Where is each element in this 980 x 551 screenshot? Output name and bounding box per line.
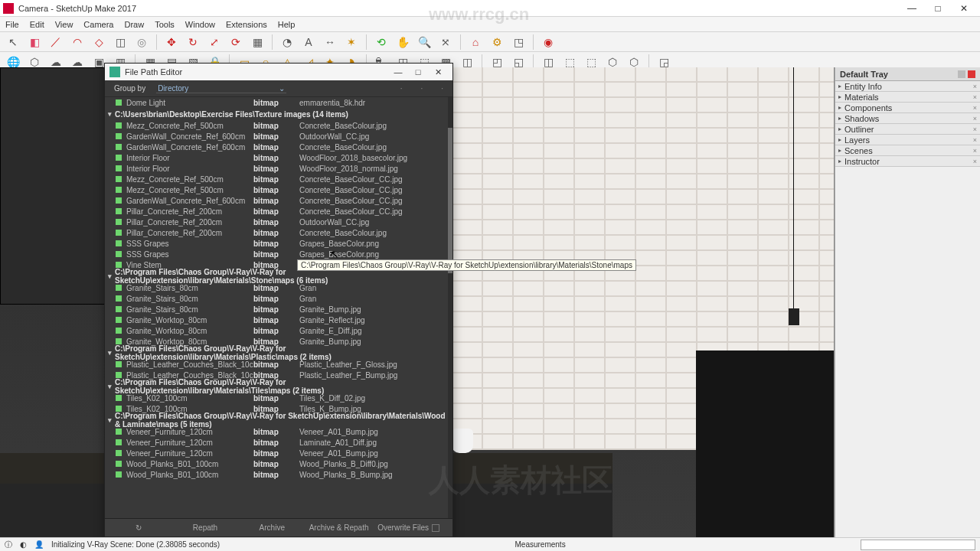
- scroll-thumb[interactable]: [448, 128, 452, 273]
- orbit-tool-icon[interactable]: ⟲: [373, 34, 390, 51]
- offset-tool-icon[interactable]: ◎: [133, 34, 150, 51]
- minimize-button[interactable]: —: [899, 3, 925, 14]
- pushpull-tool-icon[interactable]: ◫: [112, 34, 129, 51]
- overwrite-checkbox[interactable]: [432, 524, 439, 532]
- group-header[interactable]: C:\Users\brian\Desktop\Exercise Files\Te…: [105, 108, 452, 120]
- archive-button[interactable]: Archive: [239, 520, 305, 535]
- group-header[interactable]: C:\Program Files\Chaos Group\V-Ray\V-Ray…: [105, 270, 452, 282]
- panel-scenes[interactable]: Scenes×: [835, 145, 980, 156]
- dialog-minimize-icon[interactable]: —: [388, 67, 408, 77]
- menu-file[interactable]: File: [0, 20, 24, 29]
- group-header[interactable]: C:\Program Files\Chaos Group\V-Ray\V-Ray…: [105, 414, 452, 426]
- file-row[interactable]: Veneer_Furniture_120cmbitmapVeneer_A01_B…: [105, 426, 452, 437]
- file-row[interactable]: Veneer_Furniture_120cmbitmapVeneer_A01_B…: [105, 448, 452, 458]
- layout-icon[interactable]: ◳: [510, 34, 527, 51]
- scale-tool-icon[interactable]: ⤢: [206, 34, 223, 51]
- rotate-tool-icon[interactable]: ↻: [185, 34, 201, 51]
- dimension-tool-icon[interactable]: ↔: [322, 34, 338, 51]
- panel-outliner[interactable]: Outliner×: [835, 124, 980, 135]
- file-row[interactable]: Interior FloorbitmapWoodFloor_2018_basec…: [105, 152, 452, 163]
- file-row[interactable]: Granite_Stairs_80cmbitmapGranite_Bump.jp…: [105, 304, 452, 315]
- file-row[interactable]: Granite_Worktop_80cmbitmapGranite_E_Diff…: [105, 325, 452, 336]
- axis-tool-icon[interactable]: ✶: [343, 34, 360, 51]
- file-row[interactable]: Pillar_Concrete_Ref_200cmbitmapOutdoorWa…: [105, 217, 452, 227]
- dialog-scrollbar[interactable]: [448, 97, 452, 518]
- panel-entity-info[interactable]: Entity Info×: [835, 81, 980, 92]
- menu-camera[interactable]: Camera: [78, 20, 119, 29]
- close-button[interactable]: ✕: [951, 3, 977, 14]
- file-row[interactable]: Mezz_Concrete_Ref_500cmbitmapConcrete_Ba…: [105, 174, 452, 184]
- tray-pin-icon[interactable]: [958, 70, 965, 78]
- move-tool-icon[interactable]: ✥: [163, 34, 180, 51]
- asset-type: bitmap: [253, 143, 299, 152]
- status-square-icon: [116, 230, 122, 236]
- file-row[interactable]: Granite_Worktop_80cmbitmapGranite_Reflec…: [105, 315, 452, 325]
- file-row[interactable]: Pillar_Concrete_Ref_200cmbitmapConcrete_…: [105, 227, 452, 238]
- warehouse-icon[interactable]: ⌂: [467, 34, 484, 51]
- menu-draw[interactable]: Draw: [119, 20, 149, 29]
- file-row[interactable]: Tiles_K02_100cmbitmapTiles_K_Diff_02.jpg: [105, 393, 452, 403]
- extension-icon[interactable]: ⚙: [488, 34, 505, 51]
- panel-instructor[interactable]: Instructor×: [835, 156, 980, 167]
- tray-close-icon[interactable]: [968, 70, 975, 78]
- file-row[interactable]: Mezz_Concrete_Ref_500cmbitmapConcrete_Ba…: [105, 184, 452, 195]
- zoom-tool-icon[interactable]: 🔍: [416, 34, 433, 51]
- archive-repath-button[interactable]: Archive & Repath: [305, 520, 372, 535]
- select-tool-icon[interactable]: ↖: [5, 34, 21, 51]
- file-row[interactable]: Pillar_Concrete_Ref_200cmbitmapConcrete_…: [105, 206, 452, 217]
- tape-tool-icon[interactable]: ▦: [249, 34, 266, 51]
- arc-tool-icon[interactable]: ◠: [69, 34, 86, 51]
- overwrite-files-toggle[interactable]: Overwrite Files: [372, 520, 452, 535]
- file-row[interactable]: Wood_Planks_B01_100cmbitmapWood_Planks_B…: [105, 469, 452, 480]
- group-header[interactable]: C:\Program Files\Chaos Group\V-Ray\V-Ray…: [105, 380, 452, 393]
- file-row[interactable]: SSS GrapesbitmapGrapes_BaseColor.png: [105, 249, 452, 259]
- asset-name: Pillar_Concrete_Ref_200cm: [126, 207, 253, 216]
- menu-tools[interactable]: Tools: [149, 20, 180, 29]
- menu-extensions[interactable]: Extensions: [220, 20, 273, 29]
- eraser-tool-icon[interactable]: ◧: [26, 34, 43, 51]
- text-tool-icon[interactable]: A: [300, 34, 317, 51]
- menu-window[interactable]: Window: [180, 20, 220, 29]
- shape-tool-icon[interactable]: ◇: [90, 34, 107, 51]
- pan-tool-icon[interactable]: ✋: [394, 34, 411, 51]
- file-row[interactable]: Plastic_Leather_Couches_Black_10cmbitmap…: [105, 359, 452, 370]
- file-row[interactable]: Veneer_Furniture_120cmbitmapLaminate_A01…: [105, 437, 452, 448]
- file-row[interactable]: Granite_Stairs_80cmbitmapGran: [105, 282, 452, 293]
- panel-materials[interactable]: Materials×: [835, 92, 980, 103]
- file-row[interactable]: Mezz_Concrete_Ref_500cmbitmapConcrete_Ba…: [105, 120, 452, 131]
- dialog-body[interactable]: Dome Lightbitmapemmarentia_8k.hdrC:\User…: [105, 97, 452, 518]
- dialog-close-icon[interactable]: ✕: [428, 67, 448, 77]
- tray-title[interactable]: Default Tray: [835, 67, 980, 81]
- refresh-button[interactable]: ↻: [105, 520, 172, 535]
- tooltip: C:\Program Files\Chaos Group\V-Ray\V-Ray…: [297, 259, 636, 271]
- repath-button[interactable]: Repath: [172, 520, 238, 535]
- file-row[interactable]: SSS GrapesbitmapGrapes_BaseColor.png: [105, 238, 452, 249]
- menubar: File Edit View Camera Draw Tools Window …: [0, 17, 980, 32]
- dialog-titlebar[interactable]: File Path Editor — □ ✕: [105, 64, 452, 80]
- zoomext-tool-icon[interactable]: ⤧: [437, 34, 454, 51]
- file-row[interactable]: GardenWall_Concrete_Ref_600cmbitmapOutdo…: [105, 131, 452, 142]
- panel-shadows[interactable]: Shadows×: [835, 113, 980, 124]
- file-row[interactable]: GardenWall_Concrete_Ref_600cmbitmapConcr…: [105, 142, 452, 152]
- menu-view[interactable]: View: [50, 20, 79, 29]
- file-row[interactable]: Interior FloorbitmapWoodFloor_2018_norma…: [105, 163, 452, 174]
- file-row[interactable]: Granite_Stairs_80cmbitmapGran: [105, 293, 452, 304]
- group-by-dropdown[interactable]: Directory⌄: [156, 84, 286, 93]
- maximize-button[interactable]: □: [925, 3, 951, 14]
- vray-icon[interactable]: ◉: [540, 34, 557, 51]
- followme-tool-icon[interactable]: ⟳: [227, 34, 244, 51]
- file-row[interactable]: Dome Lightbitmapemmarentia_8k.hdr: [105, 97, 452, 108]
- asset-file: Concrete_BaseColour.jpg: [299, 143, 452, 152]
- group-header[interactable]: C:\Program Files\Chaos Group\V-Ray\V-Ray…: [105, 347, 452, 359]
- menu-edit[interactable]: Edit: [24, 20, 50, 29]
- measurements-input[interactable]: [861, 540, 975, 550]
- asset-file: Gran: [299, 284, 452, 292]
- line-tool-icon[interactable]: ／: [47, 34, 64, 51]
- file-row[interactable]: Wood_Planks_B01_100cmbitmapWood_Planks_B…: [105, 458, 452, 469]
- file-row[interactable]: GardenWall_Concrete_Ref_600cmbitmapConcr…: [105, 195, 452, 206]
- menu-help[interactable]: Help: [273, 20, 301, 29]
- panel-layers[interactable]: Layers×: [835, 135, 980, 145]
- panel-components[interactable]: Components×: [835, 103, 980, 113]
- dialog-maximize-icon[interactable]: □: [408, 67, 428, 77]
- paint-tool-icon[interactable]: ◔: [279, 34, 296, 51]
